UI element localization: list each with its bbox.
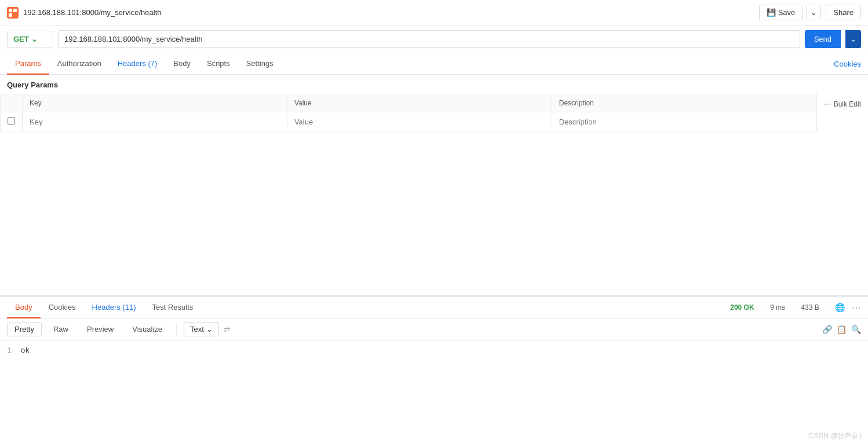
col-key-header: Key [23,94,287,112]
response-tab-test-results[interactable]: Test Results [144,297,201,318]
top-bar: 192.168.188.101:8000/my_service/health 💾… [0,0,868,25]
cookies-link[interactable]: Cookies [834,60,861,68]
send-button[interactable]: Send [805,30,841,48]
text-type-select[interactable]: Text ⌄ [184,322,219,336]
tab-settings[interactable]: Settings [238,53,282,75]
tab-url: 192.168.188.101:8000/my_service/health [23,8,759,17]
globe-icon[interactable]: 🌐 [835,303,845,312]
method-dropdown[interactable]: GET ⌄ [7,31,53,47]
response-status-bar: 200 OK · 9 ms · 433 B · 🌐 ⋯ [730,302,861,313]
format-divider [176,324,177,335]
tabs-right: Cookies [834,60,861,68]
tab-authorization[interactable]: Authorization [49,53,110,75]
send-dropdown-button[interactable]: ⌄ [845,30,861,48]
request-tabs-bar: Params Authorization Headers (7) Body Sc… [0,53,868,75]
query-params-header: Query Params [0,75,868,94]
tab-params[interactable]: Params [7,53,49,75]
request-section: Query Params Key Value Description [0,75,868,295]
param-checkbox[interactable] [8,117,15,124]
param-key-input[interactable] [30,118,280,126]
tab-scripts[interactable]: Scripts [199,53,238,75]
param-row-empty [1,112,817,131]
bulk-edit-link[interactable]: Bulk Edit [834,100,861,108]
more-options-icon[interactable]: ⋯ [852,302,861,313]
format-raw-button[interactable]: Raw [46,323,75,336]
text-type-chevron-icon: ⌄ [206,325,213,334]
tab-headers[interactable]: Headers (7) [110,53,166,75]
param-description-input[interactable] [559,118,809,126]
format-preview-button[interactable]: Preview [80,323,121,336]
method-chevron-icon: ⌄ [31,35,38,43]
save-dropdown-button[interactable]: ⌄ [807,5,821,20]
response-size: 433 B [801,303,819,312]
save-icon: 💾 [767,8,776,17]
line-number-1: 1 [7,346,12,355]
col-value-header: Value [287,94,552,112]
link-icon[interactable]: 🔗 [822,325,832,334]
app-icon [7,7,19,19]
save-button[interactable]: 💾 Save [759,5,803,20]
svg-rect-2 [9,13,12,17]
wrap-icon[interactable]: ⇄ [224,325,231,334]
share-button[interactable]: Share [826,5,861,20]
status-code: 200 OK [730,303,754,312]
format-visualize-button[interactable]: Visualize [125,323,169,336]
response-tab-headers[interactable]: Headers (11) [84,297,144,318]
top-bar-actions: 💾 Save ⌄ Share [759,5,861,20]
response-tab-body[interactable]: Body [7,297,41,318]
response-body: 1 ok [0,340,868,361]
tab-body[interactable]: Body [165,53,199,75]
line-content-1: ok [21,346,30,355]
format-right-actions: 🔗 📋 🔍 [822,325,861,334]
request-bar: GET ⌄ Send ⌄ [0,25,868,53]
params-table: Key Value Description [0,94,817,131]
copy-icon[interactable]: 📋 [837,325,847,334]
response-time: 9 ms [770,303,785,312]
bulk-edit-area: ⋯ Bulk Edit [817,94,868,108]
response-tab-cookies[interactable]: Cookies [41,297,84,318]
search-icon[interactable]: 🔍 [851,325,861,334]
watermark: CSDN @张声录1 [809,431,862,441]
bulk-edit-icon: ⋯ [824,100,831,108]
response-tabs-bar: Body Cookies Headers (11) Test Results 2… [0,297,868,318]
url-input[interactable] [58,30,800,48]
param-value-input[interactable] [294,118,545,126]
response-area: Body Cookies Headers (11) Test Results 2… [0,295,868,361]
format-bar: Pretty Raw Preview Visualize Text ⌄ ⇄ 🔗 … [0,318,868,340]
col-description-header: Description [552,94,816,112]
svg-rect-0 [9,9,12,12]
format-pretty-button[interactable]: Pretty [7,322,42,336]
svg-rect-1 [13,9,17,12]
